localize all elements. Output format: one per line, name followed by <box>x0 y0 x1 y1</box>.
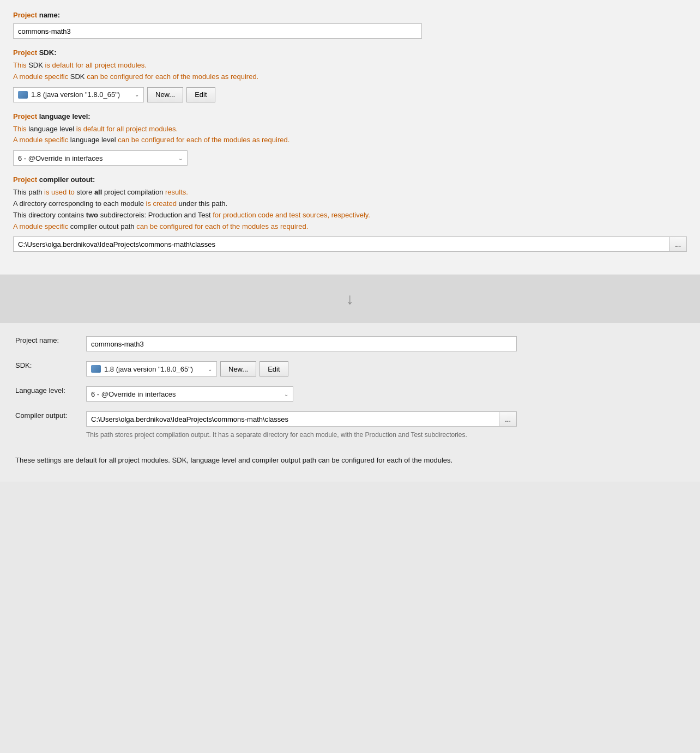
sdk-row: SDK: 1.8 (java version "1.8.0_65") ⌄ New… <box>15 361 685 386</box>
compiler-input-row: ... <box>13 236 687 252</box>
project-sdk-title: Project SDK: <box>13 48 687 57</box>
project-name-section: Project name: <box>13 11 687 39</box>
sdk-desc-2: A module specific SDK can be configured … <box>13 71 687 83</box>
compiler-path-input[interactable] <box>13 236 669 252</box>
bottom-project-name-input[interactable] <box>86 336 517 351</box>
compiler-output-row: Compiler output: ... This path stores pr… <box>15 411 685 450</box>
compiler-black: compiler outout: <box>39 175 95 184</box>
sdk-input-row: 1.8 (java version "1.8.0_65") ⌄ New... E… <box>13 87 687 102</box>
lang-level-value-cell: 6 - @Override in interfaces ⌄ <box>86 386 685 411</box>
lang-desc-2: A module specific language level can be … <box>13 135 687 146</box>
project-name-label: Project name: <box>15 336 59 344</box>
lang-desc-1: This language level is default for all p… <box>13 124 687 135</box>
compiler-desc-3: This directory contains two subdirectore… <box>13 210 687 221</box>
bottom-compiler-row: ... <box>86 411 517 427</box>
lang-chevron-icon: ⌄ <box>178 155 183 161</box>
compiler-label-cell: Compiler output: <box>15 411 86 450</box>
project-name-value-cell <box>86 336 685 361</box>
settings-form: Project name: SDK: 1.8 (java version "1.… <box>15 336 685 450</box>
sdk-label-cell: SDK: <box>15 361 86 386</box>
bottom-compiler-browse-button[interactable]: ... <box>499 411 517 427</box>
bottom-sdk-new-button[interactable]: New... <box>220 361 256 377</box>
project-name-label-cell: Project name: <box>15 336 86 361</box>
sdk-desc-1: This SDK is default for all project modu… <box>13 60 687 71</box>
sdk-select[interactable]: 1.8 (java version "1.8.0_65") ⌄ <box>13 87 144 102</box>
sdk-new-button[interactable]: New... <box>147 87 183 102</box>
sdk-edit-button[interactable]: Edit <box>186 87 215 102</box>
lang-select-row: 6 - @Override in interfaces ⌄ <box>13 150 687 166</box>
down-arrow-icon: ↓ <box>346 292 354 307</box>
project-name-orange: Project <box>13 11 37 19</box>
sdk-chevron-icon: ⌄ <box>135 92 139 98</box>
project-name-input[interactable] <box>13 23 422 39</box>
compiler-orange: Project <box>13 175 37 184</box>
sdk-value-cell: 1.8 (java version "1.8.0_65") ⌄ New... E… <box>86 361 685 386</box>
project-sdk-orange: Project <box>13 48 37 57</box>
compiler-value-cell: ... This path stores project compilation… <box>86 411 685 450</box>
bottom-compiler-input[interactable] <box>86 411 499 427</box>
top-panel: Project name: Project SDK: This SDK is d… <box>0 0 700 275</box>
bottom-sdk-chevron-icon: ⌄ <box>208 366 212 372</box>
arrow-section: ↓ <box>0 275 700 323</box>
bottom-lang-select[interactable]: 6 - @Override in interfaces ⌄ <box>86 386 293 402</box>
compiler-label: Compiler output: <box>15 411 67 420</box>
project-sdk-black: SDK: <box>39 48 57 57</box>
sdk-label: SDK: <box>15 361 32 369</box>
lang-level-label-cell: Language level: <box>15 386 86 411</box>
footer-note: These settings are default for all proje… <box>15 455 506 466</box>
compiler-title: Project compiler outout: <box>13 175 687 184</box>
compiler-hint: This path stores project compilation out… <box>86 430 517 440</box>
lang-select-label: 6 - @Override in interfaces <box>18 154 103 162</box>
bottom-panel: Project name: SDK: 1.8 (java version "1.… <box>0 323 700 482</box>
bottom-sdk-row: 1.8 (java version "1.8.0_65") ⌄ New... E… <box>86 361 685 377</box>
lang-level-section: Project language level: This language le… <box>13 112 687 166</box>
project-name-input-row <box>13 23 687 39</box>
lang-level-row: Language level: 6 - @Override in interfa… <box>15 386 685 411</box>
sdk-select-label: 1.8 (java version "1.8.0_65") <box>31 90 120 99</box>
bottom-sdk-select-label: 1.8 (java version "1.8.0_65") <box>104 365 193 373</box>
bottom-sdk-icon <box>91 365 101 373</box>
project-name-black: name: <box>39 11 60 19</box>
lang-level-black: language level: <box>39 112 90 120</box>
bottom-sdk-select[interactable]: 1.8 (java version "1.8.0_65") ⌄ <box>86 361 217 377</box>
compiler-desc-4: A module specific compiler outout path c… <box>13 221 687 233</box>
bottom-lang-select-label: 6 - @Override in interfaces <box>91 390 176 398</box>
compiler-desc-2: A directory corresponding to each module… <box>13 198 687 210</box>
project-name-title: Project name: <box>13 11 687 19</box>
compiler-desc-1: This path is used to store all project c… <box>13 187 687 198</box>
compiler-section: Project compiler outout: This path is us… <box>13 175 687 252</box>
project-name-row: Project name: <box>15 336 685 361</box>
compiler-browse-button[interactable]: ... <box>669 236 687 252</box>
lang-select[interactable]: 6 - @Override in interfaces ⌄ <box>13 150 188 166</box>
bottom-sdk-edit-button[interactable]: Edit <box>260 361 288 377</box>
lang-level-orange: Project <box>13 112 37 120</box>
lang-level-title: Project language level: <box>13 112 687 120</box>
bottom-lang-chevron-icon: ⌄ <box>284 391 288 397</box>
lang-level-label: Language level: <box>15 386 65 394</box>
project-sdk-section: Project SDK: This SDK is default for all… <box>13 48 687 102</box>
sdk-icon <box>18 91 28 99</box>
